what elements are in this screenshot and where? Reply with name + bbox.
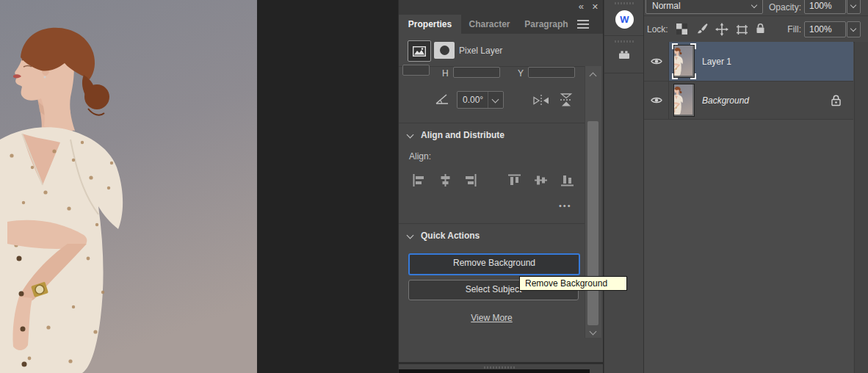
layer-row-layer1[interactable]: Layer 1 (644, 42, 853, 82)
layer-name[interactable]: Layer 1 (702, 57, 731, 67)
eye-icon (651, 96, 662, 104)
canvas-background (257, 0, 399, 373)
align-label: Align: (409, 151, 431, 162)
rotation-angle-combo[interactable]: 0.00° (457, 91, 504, 109)
selection-bracket (690, 43, 696, 49)
visibility-toggle[interactable] (644, 82, 669, 119)
align-right-icon[interactable] (464, 174, 477, 186)
view-more-wrap: View More (399, 311, 585, 324)
image-icon (413, 46, 426, 57)
quick-actions-title[interactable]: Quick Actions (421, 231, 480, 241)
scroll-up-icon[interactable] (590, 73, 597, 80)
properties-scrollbar[interactable] (585, 66, 601, 338)
collapse-panel-icon[interactable]: « (579, 1, 584, 12)
gripper-dots (484, 366, 516, 369)
dock-grip (615, 2, 634, 4)
opacity-value-box[interactable]: 100% (804, 0, 846, 14)
blend-mode-dropdown[interactable]: Normal (645, 0, 763, 14)
layer-name[interactable]: Background (702, 95, 749, 106)
panel-group-edge (399, 369, 590, 373)
align-vertical-center-icon[interactable] (535, 174, 547, 186)
panel-menu-icon[interactable] (577, 20, 589, 29)
lock-fill-row: Lock: Fill: 100% (644, 16, 868, 43)
eye-icon (651, 57, 662, 65)
photoshop-workspace: « ✕ Properties Character Paragraph Pixel… (0, 0, 868, 373)
properties-panel: « ✕ Properties Character Paragraph Pixel… (399, 0, 603, 373)
layers-scroll-gutter[interactable] (854, 42, 868, 373)
angle-icon (435, 93, 449, 105)
divider (399, 223, 585, 224)
visibility-toggle[interactable] (644, 42, 669, 81)
layers-empty-area (644, 120, 853, 373)
pixel-layer-icon[interactable] (408, 40, 431, 62)
properties-content: Pixel Layer H Y 0.00° (399, 34, 603, 363)
height-input[interactable] (453, 67, 500, 78)
layer-type-label: Pixel Layer (459, 46, 502, 56)
layer-locked-icon[interactable] (831, 94, 842, 106)
dock-grip (615, 40, 634, 43)
lock-artboard-icon[interactable] (735, 24, 749, 35)
w-plugin-icon[interactable]: W (615, 10, 634, 29)
fill-label: Fill: (762, 24, 801, 35)
mask-circle-icon (440, 46, 449, 55)
selection-bracket (672, 43, 678, 49)
blend-mode-value: Normal (652, 0, 681, 13)
more-options-icon[interactable]: ••• (559, 201, 572, 210)
background-thumbnail[interactable] (673, 84, 695, 117)
align-horizontal-center-icon[interactable] (439, 174, 452, 186)
align-bottom-icon[interactable] (561, 174, 574, 186)
selection-bracket (690, 73, 696, 79)
plugin-brick-icon[interactable] (618, 50, 630, 59)
lock-image-pixels-brush-icon[interactable] (696, 23, 708, 35)
flip-horizontal-icon[interactable] (532, 94, 550, 107)
properties-panel-header: « ✕ (399, 0, 603, 15)
opacity-value: 100% (809, 0, 832, 13)
lock-label: Lock: (647, 24, 668, 35)
fill-value-box[interactable]: 100% (804, 21, 846, 37)
section-collapse-icon[interactable] (407, 131, 414, 139)
dock-item-plugins[interactable] (604, 36, 643, 73)
angle-dropdown[interactable] (488, 92, 503, 108)
view-more-link[interactable]: View More (471, 313, 512, 323)
layers-panel: Normal Opacity: 100% Lock: (644, 0, 868, 373)
tab-properties[interactable]: Properties (399, 15, 461, 34)
layer-row-body[interactable]: Background (669, 82, 853, 119)
close-panel-icon[interactable]: ✕ (592, 2, 598, 12)
height-label: H (442, 68, 449, 79)
width-field-cropped[interactable] (402, 65, 430, 76)
tooltip: Remove Background (519, 276, 627, 291)
tab-character[interactable]: Character (461, 15, 518, 34)
opacity-dropdown[interactable] (847, 0, 861, 14)
section-collapse-icon[interactable] (407, 232, 414, 239)
layer1-thumbnail[interactable] (673, 45, 695, 78)
divider (399, 123, 585, 123)
layer-row-background[interactable]: Background (644, 82, 853, 120)
scrollbar-thumb[interactable] (587, 121, 598, 325)
scroll-down-icon[interactable] (590, 328, 597, 336)
layer-row-body[interactable]: Layer 1 (669, 42, 853, 81)
tab-paragraph[interactable]: Paragraph (518, 15, 575, 34)
document-canvas-photo[interactable] (0, 0, 257, 373)
fill-value: 100% (809, 22, 832, 37)
layer-list: Layer 1 Background (644, 42, 868, 373)
opacity-label: Opacity: (765, 2, 801, 12)
remove-background-button[interactable]: Remove Background (408, 253, 580, 275)
plugin-dock: W (604, 0, 644, 373)
y-label: Y (518, 68, 524, 79)
rotation-angle-value: 0.00° (463, 95, 483, 105)
lock-transparent-pixels-icon[interactable] (676, 23, 687, 35)
align-left-icon[interactable] (413, 174, 425, 186)
selection-bracket (672, 73, 678, 79)
align-top-icon[interactable] (508, 174, 521, 186)
fill-dropdown[interactable] (847, 21, 861, 37)
dock-item-w-plugin[interactable]: W (604, 0, 643, 36)
y-position-input[interactable] (528, 67, 575, 78)
photo-woman-floral-dress (0, 0, 257, 373)
properties-tabbar: Properties Character Paragraph (399, 15, 603, 34)
lock-position-move-icon[interactable] (715, 23, 728, 36)
flip-vertical-icon[interactable] (559, 93, 574, 107)
blend-opacity-row: Normal Opacity: 100% (644, 0, 868, 16)
layer-mask-icon[interactable] (434, 42, 455, 59)
align-section-title[interactable]: Align and Distribute (421, 130, 504, 140)
